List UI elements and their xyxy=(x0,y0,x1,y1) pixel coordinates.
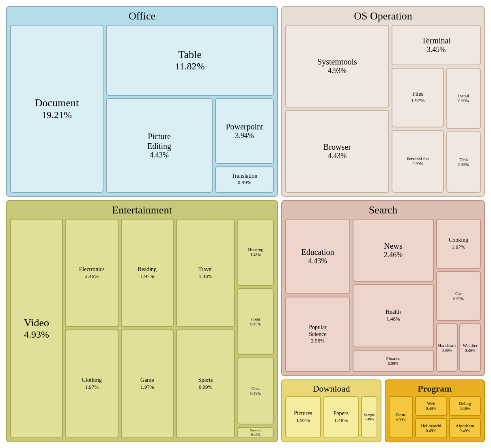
download-program-row: Download Pictures 1.97% Papers 1.48% Sam… xyxy=(281,379,485,442)
search-handcraft-pct: 0.99% xyxy=(442,348,452,353)
os-files-cell: Files 1.97% xyxy=(392,68,444,127)
os-personalset-cell: Personal.Set 0.99% xyxy=(392,130,444,193)
download-papers-label: Papers xyxy=(334,410,349,417)
search-news-pct: 2.46% xyxy=(384,251,403,259)
os-bottom-right: Files 1.97% Personal.Set 0.99% Install 0… xyxy=(392,68,481,193)
program-demo-label: Demo xyxy=(396,412,407,417)
ent-food-pct: 0.49% xyxy=(250,322,261,326)
search-right: Cooking 1.97% Car 0.99% Handcraft 0.99% xyxy=(436,219,481,372)
office-picture-editing-pct: 4.43% xyxy=(150,151,169,159)
os-small-col: Install 0.99% Disk 0.99% xyxy=(446,68,481,193)
program-helloworld-cell: Helloworld 0.49% xyxy=(415,418,447,438)
search-health-pct: 1.48% xyxy=(386,316,400,322)
os-disk-cell: Disk 0.99% xyxy=(446,131,481,193)
os-install-pct: 0.99% xyxy=(459,99,469,103)
search-education-cell: Education 4.43% xyxy=(285,219,350,294)
os-personalset-pct: 0.99% xyxy=(413,162,423,166)
download-pictures-cell: Pictures 1.97% xyxy=(285,396,321,438)
ent-sports-label: Sports xyxy=(198,377,213,384)
ent-electronics-pct: 2.46% xyxy=(85,273,99,280)
program-web-pct: 0.49% xyxy=(426,406,436,411)
search-weather-cell: Weather 0.49% xyxy=(459,323,481,372)
search-education-pct: 4.43% xyxy=(308,257,327,265)
program-debug-label: Debug xyxy=(459,401,471,406)
os-browser-label: Browser xyxy=(323,142,351,152)
program-section: Program Demo 0.99% Web 0.49% Debug 0.49 xyxy=(385,379,485,442)
office-section: Office Document 19.21% Table 11.82% Pict… xyxy=(6,6,278,197)
download-sample-pct: 0.49% xyxy=(364,417,374,421)
os-terminal-cell: Terminal 3.45% xyxy=(392,25,481,65)
office-document-pct: 19.21% xyxy=(42,110,72,121)
search-car-label: Car xyxy=(455,291,462,296)
ent-travel-label: Travel xyxy=(198,266,213,273)
os-files-label: Files xyxy=(412,91,423,98)
search-weather-pct: 0.49% xyxy=(465,348,476,353)
ent-food-cell: Food 0.49% xyxy=(237,288,274,355)
ent-chat-label: Chat xyxy=(252,386,260,391)
office-right: Table 11.82% PictureEditing 4.43% Powerp… xyxy=(106,25,274,193)
ent-clothing-pct: 1.97% xyxy=(85,384,99,390)
program-demo-cell: Demo 0.99% xyxy=(389,396,413,438)
office-title: Office xyxy=(10,10,274,22)
office-translation-cell: Translation 0.99% xyxy=(215,166,274,193)
program-small-grid: Web 0.49% Debug 0.49% Helloworld 0.49% xyxy=(415,396,481,438)
search-news-cell: News 2.46% xyxy=(353,219,434,282)
search-inner: Education 4.43% PopularScience 2.96% New… xyxy=(285,219,481,372)
download-sample-cell: Sample 0.49% xyxy=(361,396,377,438)
download-title: Download xyxy=(285,383,377,394)
search-popular-pct: 2.96% xyxy=(311,338,325,344)
office-bottom-row: PictureEditing 4.43% Powerpoint 3.94% Tr… xyxy=(106,98,274,193)
os-systemtools-pct: 4.93% xyxy=(328,67,347,75)
ent-clothing-label: Clothing xyxy=(82,377,102,384)
search-car-pct: 0.99% xyxy=(453,297,464,301)
office-picture-editing-label: PictureEditing xyxy=(147,131,171,151)
download-papers-pct: 1.48% xyxy=(334,417,348,424)
office-document-cell: Document 19.21% xyxy=(10,25,103,193)
office-document-label: Document xyxy=(35,97,79,109)
search-popular-label: PopularScience xyxy=(309,324,327,338)
search-handcraft-label: Handcraft xyxy=(438,343,456,348)
ent-middle-top: Electronics 2.46% Reading 1.97% xyxy=(65,219,174,327)
ent-travel-pct: 1.48% xyxy=(199,273,213,280)
entertainment-section: Entertainment Video 4.93% Electronics 2.… xyxy=(6,200,278,442)
office-picture-editing-cell: PictureEditing 4.43% xyxy=(106,98,213,193)
ent-electronics-label: Electronics xyxy=(79,266,105,273)
os-inner: Systemtools 4.93% Browser 4.43% Terminal… xyxy=(285,25,481,193)
office-ppt-col: Powerpoint 3.94% Translation 0.99% xyxy=(215,98,274,193)
ent-middle-bottom: Clothing 1.97% Game 1.97% xyxy=(65,330,174,438)
search-right-bottom: Handcraft 0.99% Weather 0.49% xyxy=(436,323,481,372)
ent-clothing-cell: Clothing 1.97% xyxy=(65,330,118,438)
search-popular-cell: PopularScience 2.96% xyxy=(285,297,350,372)
os-systemtools-label: Systemtools xyxy=(317,57,357,67)
os-disk-label: Disk xyxy=(459,157,468,162)
ent-electronics-cell: Electronics 2.46% xyxy=(65,219,118,327)
ent-game-cell: Game 1.97% xyxy=(121,330,174,438)
search-finance-cell: Finance 0.99% xyxy=(353,350,434,372)
office-translation-label: Translation xyxy=(232,173,257,180)
ent-game-pct: 1.97% xyxy=(140,384,154,390)
entertainment-inner: Video 4.93% Electronics 2.46% Reading 1.… xyxy=(10,219,274,438)
office-table-cell: Table 11.82% xyxy=(106,25,274,96)
ent-chat-pct: 0.49% xyxy=(250,391,261,396)
search-left: Education 4.43% PopularScience 2.96% xyxy=(285,219,350,372)
search-cooking-cell: Cooking 1.97% xyxy=(436,219,481,269)
os-files-pct: 1.97% xyxy=(411,97,425,104)
office-powerpoint-cell: Powerpoint 3.94% xyxy=(215,98,274,164)
ent-video-pct: 4.93% xyxy=(24,329,49,340)
os-section: OS Operation Systemtools 4.93% Browser 4… xyxy=(281,6,485,197)
ent-video-label: Video xyxy=(24,317,49,329)
program-demo-pct: 0.99% xyxy=(396,418,406,422)
ent-sports-pct: 0.99% xyxy=(199,384,213,390)
ent-sports-cell: Sports 0.99% xyxy=(176,330,235,438)
right-col: Search Education 4.43% PopularScience 2.… xyxy=(281,200,485,442)
program-algorithm-pct: 0.49% xyxy=(460,429,470,433)
program-inner: Demo 0.99% Web 0.49% Debug 0.49% xyxy=(389,396,481,438)
program-web-cell: Web 0.49% xyxy=(415,396,447,416)
ent-reading-pct: 1.97% xyxy=(140,273,154,280)
ent-travel-cell: Travel 1.48% xyxy=(176,219,235,327)
os-install-label: Install xyxy=(458,93,469,99)
search-title: Search xyxy=(285,204,481,216)
search-car-cell: Car 0.99% xyxy=(436,271,481,321)
search-handcraft-cell: Handcraft 0.99% xyxy=(436,323,458,372)
ent-right: Travel 1.48% Sports 0.99% xyxy=(176,219,235,438)
